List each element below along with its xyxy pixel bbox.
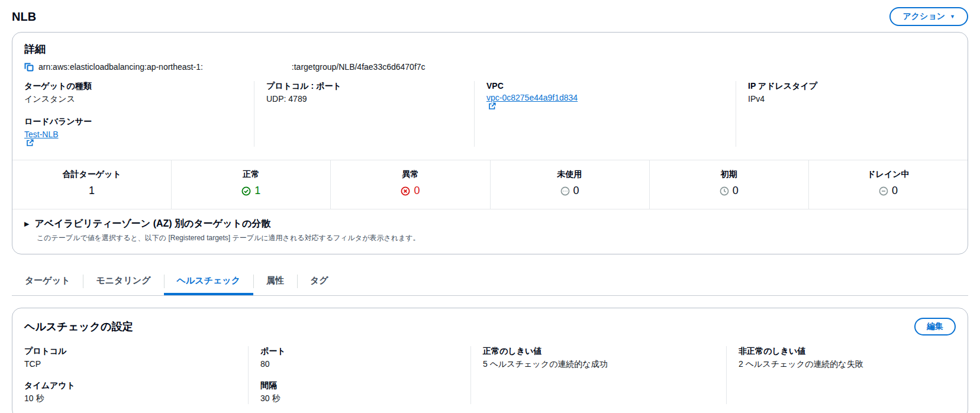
status-count: 0 [733, 185, 739, 197]
health-col-4: 非正常のしきい値 2 ヘルスチェックの連続的な失敗 [726, 346, 956, 404]
field-label: 間隔 [260, 380, 461, 391]
status-healthy[interactable]: 正常 1 [171, 160, 330, 209]
vpc-link[interactable]: vpc-0c8275e44a9f1d834 [486, 93, 726, 110]
minus-circle-icon [879, 186, 888, 196]
field-hc-protocol: プロトコル TCP [24, 346, 238, 369]
external-link-icon [488, 102, 496, 110]
details-col-2: プロトコル : ポート UDP: 4789 [254, 81, 474, 147]
clock-circle-icon [720, 186, 729, 196]
health-col-1: プロトコル TCP タイムアウト 10 秒 [24, 346, 248, 404]
field-hc-interval: 間隔 30 秒 [260, 380, 461, 404]
status-draining[interactable]: ドレイン中 0 [808, 160, 968, 209]
field-ip-type: IP アドレスタイプ IPv4 [748, 81, 946, 104]
status-total[interactable]: 合計ターゲット 1 [12, 160, 171, 209]
az-expander-description: このテーブルで値を選択すると、以下の [Registered targets] … [37, 233, 956, 243]
status-label: 異常 [331, 169, 489, 180]
arn-text: arn:aws:elasticloadbalancing:ap-northeas… [38, 62, 425, 72]
copy-icon [24, 62, 34, 72]
page: NLB アクション ▼ 詳細 arn:aws:elasticloadbalanc… [0, 0, 980, 413]
field-label: ロードバランサー [24, 117, 244, 127]
details-col-4: IP アドレスタイプ IPv4 [736, 81, 956, 147]
caret-down-icon: ▼ [950, 14, 955, 20]
actions-button-label: アクション [902, 11, 945, 22]
field-label: 非正常のしきい値 [739, 346, 946, 357]
arn-prefix: arn:aws:elasticloadbalancing:ap-northeas… [38, 62, 203, 72]
arn-row: arn:aws:elasticloadbalancing:ap-northeas… [12, 62, 968, 80]
field-protocol-port: プロトコル : ポート UDP: 4789 [266, 81, 465, 104]
field-hc-port: ポート 80 [260, 346, 461, 369]
health-check-title: ヘルスチェックの設定 [24, 320, 133, 334]
az-distribution-expander: ▶ アベイラビリティーゾーン (AZ) 別のターゲットの分散 このテーブルで値を… [12, 209, 968, 254]
status-label: 正常 [172, 169, 330, 180]
field-hc-unhealthy-threshold: 非正常のしきい値 2 ヘルスチェックの連続的な失敗 [739, 346, 946, 370]
field-label: ターゲットの種類 [24, 81, 244, 92]
field-label: IP アドレスタイプ [748, 81, 946, 92]
field-value: 10 秒 [24, 393, 238, 404]
status-count: 1 [254, 185, 260, 197]
field-hc-healthy-threshold: 正常のしきい値 5 ヘルスチェックの連続的な成功 [483, 346, 717, 370]
status-unused[interactable]: 未使用 0 [490, 160, 649, 209]
status-initial[interactable]: 初期 0 [649, 160, 808, 209]
details-fields: ターゲットの種類 インスタンス ロードバランサー Test-NLB プロトコル … [12, 80, 968, 160]
load-balancer-link[interactable]: Test-NLB [24, 130, 244, 147]
tab-health-check[interactable]: ヘルスチェック [164, 269, 253, 295]
field-label: タイムアウト [24, 380, 238, 391]
ellipsis-circle-icon [560, 186, 570, 196]
tab-bar: ターゲット モニタリング ヘルスチェック 属性 タグ [12, 269, 968, 296]
details-card-header: 詳細 [12, 33, 968, 62]
target-status-summary: 合計ターゲット 1 正常 1 異常 0 未使用 [12, 160, 968, 209]
field-value: TCP [24, 359, 238, 369]
load-balancer-link-label: Test-NLB [24, 130, 59, 139]
field-value: 80 [260, 359, 461, 369]
x-circle-icon [401, 186, 410, 196]
field-target-type: ターゲットの種類 インスタンス [24, 81, 244, 105]
actions-button[interactable]: アクション ▼ [889, 7, 968, 26]
field-value: IPv4 [748, 94, 946, 104]
field-value: 5 ヘルスチェックの連続的な成功 [483, 359, 717, 370]
arn-suffix: :targetgroup/NLB/4fae33c6d6470f7c [292, 62, 425, 72]
field-vpc: VPC vpc-0c8275e44a9f1d834 [486, 81, 726, 110]
details-title: 詳細 [24, 43, 46, 55]
status-label: 合計ターゲット [12, 169, 171, 180]
details-col-3: VPC vpc-0c8275e44a9f1d834 [474, 81, 736, 147]
health-col-2: ポート 80 間隔 30 秒 [248, 346, 470, 404]
field-hc-timeout: タイムアウト 10 秒 [24, 380, 238, 404]
health-check-fields: プロトコル TCP タイムアウト 10 秒 ポート 80 間隔 30 秒 [12, 344, 968, 413]
az-expander-toggle[interactable]: ▶ アベイラビリティーゾーン (AZ) 別のターゲットの分散 [24, 218, 956, 230]
field-load-balancer: ロードバランサー Test-NLB [24, 117, 244, 147]
status-count: 0 [573, 185, 579, 197]
page-title: NLB [12, 10, 36, 24]
health-col-3: 正常のしきい値 5 ヘルスチェックの連続的な成功 [470, 346, 726, 404]
tab-attributes[interactable]: 属性 [253, 269, 297, 295]
tab-monitoring[interactable]: モニタリング [83, 269, 163, 295]
field-value: 30 秒 [260, 393, 461, 404]
health-check-card-header: ヘルスチェックの設定 編集 [12, 308, 968, 344]
health-check-card: ヘルスチェックの設定 編集 プロトコル TCP タイムアウト 10 秒 ポート … [12, 308, 968, 413]
status-label: ドレイン中 [809, 169, 968, 180]
expander-arrow-icon: ▶ [24, 220, 29, 228]
status-label: 初期 [650, 169, 808, 180]
field-value: 2 ヘルスチェックの連続的な失敗 [739, 359, 946, 370]
details-col-1: ターゲットの種類 インスタンス ロードバランサー Test-NLB [24, 81, 254, 147]
tab-targets[interactable]: ターゲット [12, 269, 83, 295]
details-card: 詳細 arn:aws:elasticloadbalancing:ap-north… [12, 32, 968, 254]
field-label: プロトコル : ポート [266, 81, 465, 92]
edit-button[interactable]: 編集 [914, 318, 956, 335]
copy-arn-button[interactable] [24, 62, 34, 72]
status-count: 1 [89, 185, 95, 197]
az-expander-title: アベイラビリティーゾーン (AZ) 別のターゲットの分散 [34, 218, 270, 230]
field-label: 正常のしきい値 [483, 346, 717, 357]
field-label: VPC [486, 81, 726, 91]
status-count: 0 [892, 185, 898, 197]
field-label: プロトコル [24, 346, 238, 357]
field-value: UDP: 4789 [266, 94, 465, 104]
external-link-icon [26, 139, 34, 147]
status-unhealthy[interactable]: 異常 0 [330, 160, 489, 209]
tab-tags[interactable]: タグ [297, 269, 341, 295]
vpc-link-label: vpc-0c8275e44a9f1d834 [486, 93, 578, 102]
status-count: 0 [414, 185, 420, 197]
check-circle-icon [241, 186, 251, 196]
page-header: NLB アクション ▼ [12, 0, 968, 32]
status-label: 未使用 [491, 169, 649, 180]
field-label: ポート [260, 346, 461, 357]
